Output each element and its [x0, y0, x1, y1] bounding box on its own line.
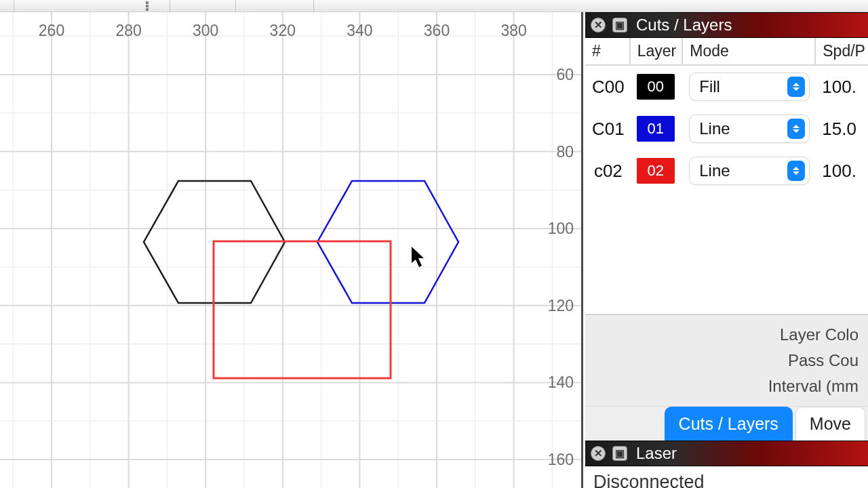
detach-icon[interactable]: ▣	[612, 446, 627, 461]
table-row[interactable]: C01 01 Line 15.0	[585, 108, 868, 150]
cuts-panel-title: Cuts / Layers	[636, 16, 732, 35]
detach-icon[interactable]: ▣	[612, 18, 627, 33]
stepper-icon[interactable]	[787, 77, 805, 97]
panel-tabs: Cuts / Layers Move	[585, 406, 868, 441]
table-row[interactable]: c02 02 Line 100.	[585, 150, 868, 192]
mode-value: Fill	[699, 77, 720, 96]
layer-swatch[interactable]: 01	[637, 116, 675, 142]
ruler-horizontal: 260280300320340360380	[39, 22, 527, 39]
row-number: c02	[585, 150, 630, 192]
layer-swatch[interactable]: 02	[637, 158, 675, 184]
mode-value: Line	[699, 161, 730, 180]
svg-text:140: 140	[548, 373, 574, 391]
laser-status: Disconnected	[593, 472, 705, 488]
row-speed: 15.0	[815, 108, 868, 150]
svg-text:120: 120	[548, 297, 574, 314]
svg-text:80: 80	[556, 143, 574, 161]
svg-text:340: 340	[347, 22, 372, 39]
row-mode-cell: Line	[682, 150, 815, 192]
row-mode-cell: Fill	[682, 65, 815, 108]
prop-interval-label: Interval (mm	[585, 373, 859, 399]
cuts-panel-header: ✕ ▣ Cuts / Layers	[585, 12, 868, 38]
laser-panel: Disconnected	[585, 466, 868, 488]
col-header-speed[interactable]: Spd/P	[815, 38, 868, 65]
stepper-icon[interactable]	[787, 119, 805, 139]
row-mode-cell: Line	[682, 108, 815, 150]
layers-table: # Layer Mode Spd/P C00 00 Fill 100. C01 …	[585, 38, 868, 192]
svg-text:60: 60	[556, 66, 574, 83]
stepper-icon[interactable]	[787, 161, 805, 181]
svg-text:320: 320	[270, 22, 296, 39]
svg-text:360: 360	[424, 22, 450, 39]
cuts-panel: # Layer Mode Spd/P C00 00 Fill 100. C01 …	[585, 38, 868, 441]
row-number: C00	[585, 65, 630, 108]
close-icon[interactable]: ✕	[591, 18, 606, 33]
prop-layer-color-label: Layer Colo	[585, 322, 859, 348]
svg-text:260: 260	[39, 22, 64, 39]
table-row[interactable]: C00 00 Fill 100.	[585, 65, 868, 108]
row-speed: 100.	[815, 65, 868, 108]
row-swatch-cell: 00	[630, 65, 683, 108]
shape-rectangle-red[interactable]	[214, 241, 391, 378]
svg-text:280: 280	[115, 22, 141, 39]
top-toolbar	[0, 0, 868, 12]
close-icon[interactable]: ✕	[591, 446, 606, 461]
mode-value: Line	[699, 119, 730, 138]
laser-panel-title: Laser	[636, 444, 677, 463]
col-header-number[interactable]: #	[585, 38, 630, 65]
mode-select[interactable]: Fill	[689, 73, 810, 101]
mode-select[interactable]: Line	[689, 115, 810, 143]
layer-properties: Layer Colo Pass Cou Interval (mm	[585, 314, 868, 406]
design-canvas[interactable]: 260280300320340360380 6080100120140160	[0, 12, 583, 488]
svg-text:160: 160	[548, 451, 574, 468]
row-swatch-cell: 02	[630, 150, 683, 192]
col-header-mode[interactable]: Mode	[682, 38, 815, 65]
prop-pass-count-label: Pass Cou	[585, 348, 859, 373]
row-number: C01	[585, 108, 630, 150]
canvas-grid	[0, 12, 583, 488]
svg-text:300: 300	[193, 22, 218, 39]
col-header-layer[interactable]: Layer	[630, 38, 683, 65]
svg-text:100: 100	[548, 220, 574, 237]
row-swatch-cell: 01	[630, 108, 683, 150]
tab-move[interactable]: Move	[795, 407, 865, 441]
laser-panel-header: ✕ ▣ Laser	[585, 441, 868, 466]
tab-cuts-layers[interactable]: Cuts / Layers	[665, 407, 793, 441]
row-speed: 100.	[815, 150, 868, 192]
mode-select[interactable]: Line	[689, 157, 810, 185]
layer-swatch[interactable]: 00	[637, 74, 675, 100]
svg-text:380: 380	[500, 22, 526, 39]
